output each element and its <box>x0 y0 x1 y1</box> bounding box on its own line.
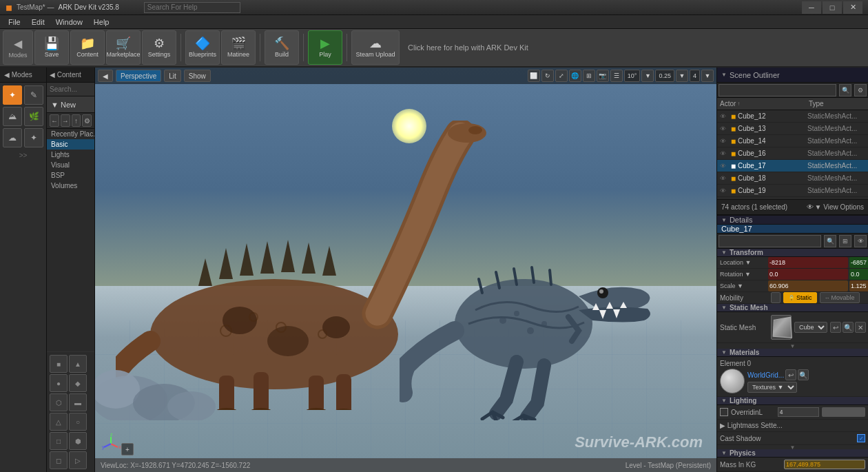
details-eye-icon[interactable]: 👁 <box>854 235 867 247</box>
thumb-1[interactable]: ▲ <box>69 355 87 373</box>
viewport-size-dropdown[interactable]: ▼ <box>701 70 714 82</box>
thumb-5[interactable]: ▬ <box>69 393 87 411</box>
mass-value-input[interactable] <box>784 460 865 469</box>
mode-btn-4[interactable]: 🌿 <box>24 107 43 126</box>
thumb-9[interactable]: ⬢ <box>69 432 87 450</box>
thumb-3[interactable]: ◆ <box>69 374 87 392</box>
new-button[interactable]: ▼ New <box>47 96 94 113</box>
matinee-button[interactable]: 🎬 Matinee <box>221 30 256 65</box>
thumb-6[interactable]: △ <box>50 413 68 431</box>
play-button[interactable]: ▶ Play <box>308 30 342 65</box>
marketplace-button[interactable]: 🛒 Marketplace <box>106 30 141 65</box>
thumb-10[interactable]: ◻ <box>50 451 68 469</box>
materials-section-header[interactable]: ▼ Materials <box>717 349 868 357</box>
viewport-scale-icon[interactable]: ⤢ <box>555 70 568 82</box>
physics-section-header[interactable]: ▼ Physics <box>717 449 868 458</box>
menu-window[interactable]: Window <box>50 15 88 29</box>
tree-item-bsp[interactable]: BSP <box>47 170 94 181</box>
content-button[interactable]: 📁 Content <box>70 30 105 65</box>
minimize-button[interactable]: ─ <box>802 1 821 14</box>
content-panel-header[interactable]: ◀ Content <box>47 68 94 83</box>
eye-icon[interactable]: 👁 <box>717 172 728 185</box>
viewport-camera-icon[interactable]: 📷 <box>597 70 609 82</box>
viewport-arrow-btn[interactable]: ◀ <box>98 70 113 82</box>
scale-x-input[interactable] <box>768 280 848 291</box>
tree-item-basic[interactable]: Basic <box>47 139 94 150</box>
viewport-world-icon[interactable]: 🌐 <box>569 70 581 82</box>
mesh-preview-thumbnail[interactable] <box>771 315 792 340</box>
viewport-angle-dropdown[interactable]: ▼ <box>641 70 654 82</box>
actor-name-input[interactable] <box>717 225 868 234</box>
viewport-add-btn[interactable]: + <box>121 443 134 455</box>
tree-item-visual[interactable]: Visual <box>47 160 94 170</box>
settings-button[interactable]: ⚙ Settings <box>142 30 176 65</box>
cast-shadow-checkbox[interactable]: ✓ <box>857 434 865 442</box>
eye-icon[interactable]: 👁 <box>717 147 728 160</box>
nav-back-btn[interactable]: ← <box>50 114 59 127</box>
col-actor-header[interactable]: Actor ↑ <box>717 100 806 107</box>
maximize-button[interactable]: □ <box>823 1 842 14</box>
outliner-row-cube13[interactable]: 👁 ◼ Cube_13 StaticMeshAct... <box>717 123 868 135</box>
details-settings-icon[interactable]: ⊞ <box>839 235 851 247</box>
menu-edit[interactable]: Edit <box>26 15 50 29</box>
viewport-rotate-icon[interactable]: ↻ <box>541 70 554 82</box>
mesh-select[interactable]: Cube <box>794 322 827 333</box>
thumb-0[interactable]: ■ <box>50 355 68 373</box>
build-button[interactable]: 🔨 Build <box>265 30 299 65</box>
rot-y-input[interactable] <box>849 269 868 280</box>
thumb-7[interactable]: ○ <box>69 413 87 431</box>
mode-btn-2[interactable]: ✎ <box>24 85 43 105</box>
outliner-row-cube17[interactable]: 👁 ◼ Cube_17 StaticMeshAct... <box>717 160 868 172</box>
transform-section-header[interactable]: ▼ Transform <box>717 249 868 257</box>
override-slider[interactable] <box>822 407 866 417</box>
mat-find-btn[interactable]: 🔍 <box>798 369 809 380</box>
mode-btn-5[interactable]: ☁ <box>3 128 22 147</box>
close-button[interactable]: ✕ <box>843 1 862 14</box>
location-label[interactable]: Location ▼ <box>720 259 768 266</box>
rotation-label[interactable]: Rotation ▼ <box>720 271 768 278</box>
nav-up-btn[interactable]: ↑ <box>72 114 81 127</box>
mat-import-btn[interactable]: ↩ <box>785 369 796 380</box>
outliner-row-cube16[interactable]: 👁 ◼ Cube_16 StaticMeshAct... <box>717 147 868 160</box>
scene-outliner-search-input[interactable] <box>719 84 836 96</box>
viewport-snap-dropdown[interactable]: ▼ <box>676 70 688 82</box>
tree-item-volumes[interactable]: Volumes <box>47 181 94 191</box>
mode-btn-3[interactable]: ⛰ <box>3 107 22 126</box>
viewport-show-btn[interactable]: Show <box>184 70 211 82</box>
mesh-clear-btn[interactable]: ✕ <box>855 322 866 333</box>
thumb-11[interactable]: ▷ <box>69 451 87 469</box>
content-search-input[interactable] <box>47 83 94 96</box>
menu-help[interactable]: Help <box>88 15 115 29</box>
outliner-search-icon[interactable]: 🔍 <box>839 84 851 96</box>
view-options-button[interactable]: 👁 ▼ View Options <box>807 203 864 211</box>
override-checkbox[interactable] <box>720 408 728 416</box>
outliner-row-cube19[interactable]: 👁 ◼ Cube_19 StaticMeshAct... <box>717 185 868 197</box>
lighting-section-header[interactable]: ▼ Lighting <box>717 397 868 405</box>
scale-y-input[interactable] <box>849 280 868 291</box>
outliner-settings-icon[interactable]: ⚙ <box>854 84 867 96</box>
thumb-2[interactable]: ● <box>50 374 68 392</box>
details-search-icon[interactable]: 🔍 <box>824 235 836 247</box>
thumb-4[interactable]: ⬡ <box>50 393 68 411</box>
col-type-header[interactable]: Type <box>806 100 868 107</box>
modes-expand-btn[interactable]: >> <box>0 150 46 161</box>
static-mesh-section-header[interactable]: ▼ Static Mesh <box>717 304 868 312</box>
viewport-translate-icon[interactable]: ⬜ <box>528 70 540 82</box>
lightmass-label[interactable]: ▶ Lightmass Sette... <box>720 422 865 429</box>
mobility-active-btn[interactable]: 🔒Static <box>783 292 817 303</box>
scale-label[interactable]: Scale ▼ <box>720 283 768 289</box>
mesh-import-btn[interactable]: ↩ <box>830 322 841 333</box>
viewport-lit-btn[interactable]: Lit <box>164 70 181 82</box>
tree-item-recently-placed[interactable]: Recently Plac... <box>47 129 94 139</box>
toolbar-modes-btn[interactable]: ◀ Modes <box>3 30 33 65</box>
details-search-input[interactable] <box>719 235 821 247</box>
loc-x-input[interactable] <box>768 257 848 268</box>
mobility-static-btn[interactable] <box>771 292 781 303</box>
thumb-8[interactable]: □ <box>50 432 68 450</box>
eye-icon[interactable]: 👁 <box>717 123 728 135</box>
eye-icon[interactable]: 👁 <box>717 135 728 147</box>
menu-file[interactable]: File <box>3 15 26 29</box>
blueprints-button[interactable]: 🔷 Blueprints <box>185 30 220 65</box>
viewport-snap-icon[interactable]: ⊞ <box>583 70 595 82</box>
eye-icon[interactable]: 👁 <box>717 110 728 123</box>
